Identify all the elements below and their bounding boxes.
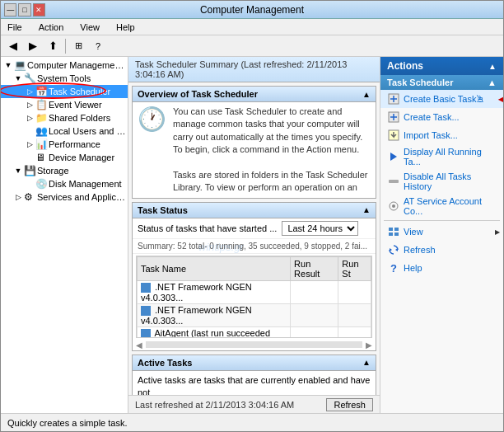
disk-management-label: Disk Management — [49, 179, 122, 189]
col-task-name: Task Name — [138, 256, 291, 280]
menu-file[interactable]: File — [4, 21, 26, 34]
import-task-icon — [387, 129, 400, 142]
action-at-service[interactable]: AT Service Account Co... — [380, 194, 503, 218]
task-name-cell: .NET Framework NGEN v4.0.303... — [138, 303, 291, 326]
create-basic-task-label: Create Basic Task... — [404, 94, 484, 104]
expander-storage: ▼ — [12, 165, 24, 176]
device-manager-label: Device Manager — [49, 153, 114, 162]
help-icon: ? — [387, 261, 400, 275]
event-viewer-icon: 📋 — [35, 99, 47, 110]
task-status-header: Task Status ▲ — [133, 203, 376, 218]
action-import-task[interactable]: Import Task... — [380, 126, 503, 144]
tree-item-performance[interactable]: ▷ 📊 Performance — [1, 138, 128, 151]
task-name-cell: AitAgent (last run succeeded at... — [138, 326, 291, 337]
actions-panel-header: Actions ▲ — [380, 57, 503, 75]
task-status-collapse-arrow[interactable]: ▲ — [362, 205, 371, 214]
local-users-label: Local Users and Groups — [49, 126, 126, 136]
back-button[interactable]: ◀ — [4, 37, 22, 55]
expander-shared-folders: ▷ — [24, 112, 35, 124]
shared-folders-label: Shared Folders — [49, 113, 110, 123]
tree-item-services-apps[interactable]: ▷ ⚙ Services and Applications — [1, 190, 128, 204]
services-apps-icon: ⚙ — [24, 191, 35, 203]
event-viewer-label: Event Viewer — [49, 100, 102, 110]
help-toolbar-button[interactable]: ? — [89, 37, 107, 55]
maximize-button[interactable]: □ — [18, 3, 30, 16]
create-task-label: Create Task... — [404, 112, 460, 122]
create-basic-task-icon — [387, 92, 400, 106]
menu-view[interactable]: View — [77, 21, 103, 34]
center-footer: Last refreshed at 2/11/2013 3:04:16 AM R… — [128, 395, 380, 413]
disk-management-icon: 💿 — [35, 178, 47, 190]
shared-folders-icon: 📁 — [35, 112, 47, 124]
svg-marker-7 — [390, 153, 397, 161]
up-button[interactable]: ⬆ — [44, 37, 62, 55]
table-row[interactable]: AitAgent (last run succeeded at... — [138, 326, 371, 337]
active-tasks-section: Active Tasks ▲ Active tasks are tasks th… — [132, 355, 376, 395]
action-view[interactable]: View — [380, 223, 503, 241]
active-tasks-header: Active Tasks ▲ — [133, 355, 376, 371]
table-row[interactable]: .NET Framework NGEN v4.0.303... — [138, 280, 371, 303]
menu-bar: File Action View Help — [1, 19, 503, 35]
refresh-button[interactable]: Refresh — [326, 398, 373, 411]
cursor-icon: 🖱 — [475, 93, 485, 105]
at-service-label: AT Service Account Co... — [404, 196, 497, 216]
task-scheduler-icon: 📅 — [35, 86, 47, 97]
tree-item-storage[interactable]: ▼ 💾 Storage — [1, 164, 128, 177]
svg-marker-15 — [395, 248, 398, 251]
tree-item-local-users[interactable]: 👥 Local Users and Groups — [1, 124, 128, 138]
system-tools-label: System Tools — [37, 73, 91, 83]
tree-item-system-tools[interactable]: ▼ 🔧 System Tools — [1, 72, 128, 85]
task-table: Task Name Run Result Run St .NET Framewo — [137, 256, 371, 338]
overview-text: You can use Task Scheduler to create and… — [173, 106, 371, 195]
tree-item-device-manager[interactable]: 🖥 Device Manager — [1, 151, 128, 164]
action-create-task[interactable]: Create Task... — [380, 108, 503, 126]
properties-button[interactable]: ⊞ — [69, 37, 87, 55]
window-title: Computer Management — [45, 4, 459, 16]
center-header: Task Scheduler Summary (Last refreshed: … — [128, 57, 380, 82]
tree-item-event-viewer[interactable]: ▷ 📋 Event Viewer — [1, 98, 128, 111]
task-table-container[interactable]: Task Name Run Result Run St .NET Framewo — [136, 256, 372, 338]
col-run-result: Run Result — [291, 256, 338, 280]
close-button[interactable]: ✕ — [33, 3, 45, 16]
red-arrow-indicator: ◄ — [495, 91, 503, 108]
expander-task-scheduler: ▷ — [24, 86, 35, 97]
center-scrollable[interactable]: Overview of Task Scheduler ▲ 🕐 You can u… — [128, 82, 380, 395]
table-row[interactable]: .NET Framework NGEN v4.0.303... — [138, 303, 371, 326]
task-status-section: Task Status ▲ Status of tasks that have … — [132, 202, 376, 351]
actions-title: Actions — [387, 60, 423, 72]
run-status-cell — [338, 280, 371, 303]
active-tasks-content: Active tasks are tasks that are currentl… — [133, 371, 376, 395]
overview-collapse-arrow[interactable]: ▲ — [362, 90, 371, 99]
task-icon — [141, 306, 151, 316]
time-range-select[interactable]: Last 24 hours Last 7 days Last 30 days — [282, 221, 358, 236]
action-disable-history[interactable]: Disable All Tasks History — [380, 169, 503, 194]
tree-item-disk-management[interactable]: 💿 Disk Management — [1, 177, 128, 190]
minimize-button[interactable]: — — [4, 3, 16, 16]
tree-item-task-scheduler[interactable]: ▷ 📅 Task Scheduler — [1, 85, 128, 98]
menu-help[interactable]: Help — [113, 21, 138, 34]
active-tasks-collapse-arrow[interactable]: ▲ — [362, 358, 371, 367]
action-help[interactable]: ? Help — [380, 259, 503, 277]
help-label: Help — [404, 263, 422, 273]
action-create-basic-task[interactable]: Create Basic Task... 🖱 ◄ — [380, 90, 503, 108]
task-name-cell: .NET Framework NGEN v4.0.303... — [138, 280, 291, 303]
display-running-label: Display All Running Ta... — [404, 147, 497, 167]
menu-action[interactable]: Action — [35, 21, 68, 34]
expander-disk-management — [24, 178, 35, 190]
scroll-hint: ◀▶ — [133, 340, 376, 350]
active-tasks-title: Active Tasks — [138, 358, 192, 368]
tree-item-shared-folders[interactable]: ▷ 📁 Shared Folders — [1, 111, 128, 124]
run-status-cell — [338, 326, 371, 337]
title-bar: — □ ✕ Computer Management — [1, 1, 503, 19]
action-refresh[interactable]: Refresh — [380, 241, 503, 259]
overview-section: Overview of Task Scheduler ▲ 🕐 You can u… — [132, 86, 376, 199]
watermark: wintips.gr — [198, 241, 244, 253]
overview-clock-icon: 🕐 — [138, 106, 166, 195]
main-content: ▼ 💻 Computer Management (Local ▼ 🔧 Syste… — [1, 57, 503, 413]
overview-header: Overview of Task Scheduler ▲ — [133, 87, 376, 102]
action-display-running[interactable]: Display All Running Ta... — [380, 144, 503, 169]
tree-item-root[interactable]: ▼ 💻 Computer Management (Local — [1, 59, 128, 72]
actions-collapse-arrow[interactable]: ▲ — [488, 62, 497, 71]
forward-button[interactable]: ▶ — [24, 37, 42, 55]
toolbar: ◀ ▶ ⬆ ⊞ ? — [1, 35, 503, 57]
